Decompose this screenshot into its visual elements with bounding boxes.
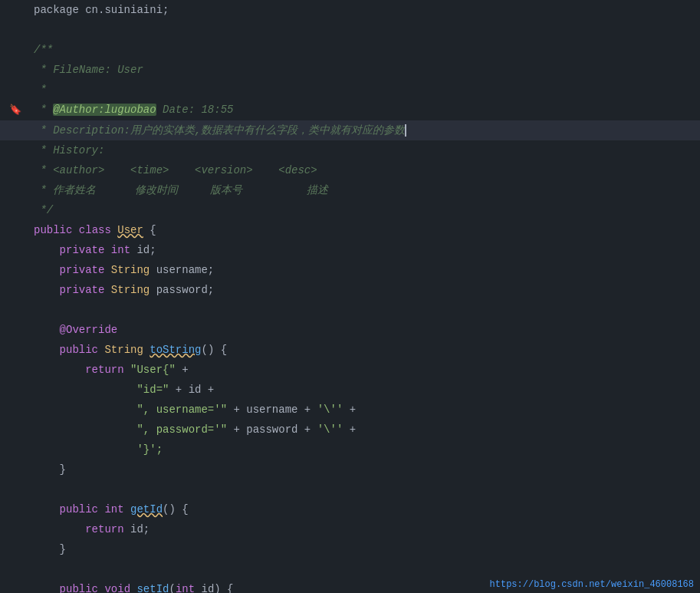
line-content: ", password='" + password + '\'' + <box>34 420 700 440</box>
code-line: public int getId() { <box>0 499 700 519</box>
line-content: public class User { <box>34 220 700 240</box>
line-content: private String username; <box>34 260 700 280</box>
code-line: /** <box>0 40 700 60</box>
line-content: @Override <box>34 320 700 340</box>
line-content: */ <box>34 200 700 220</box>
url-text: https://blog.csdn.net/weixin_46008168 <box>490 579 694 590</box>
line-content: ", username='" + username + '\'' + <box>34 400 700 420</box>
line-content: return id; <box>34 519 700 539</box>
line-content: * 作者姓名 修改时间 版本号 描述 <box>34 180 700 200</box>
line-content: private String password; <box>34 280 700 300</box>
line-content: * <box>34 80 700 100</box>
code-line: "id=" + id + <box>0 380 700 400</box>
author-tag: @Author:luguobao <box>53 104 156 116</box>
url-bar: https://blog.csdn.net/weixin_46008168 <box>484 576 700 593</box>
line-content: * @Author:luguobao Date: 18:55 <box>34 100 700 120</box>
code-line: 🔖 * @Author:luguobao Date: 18:55 <box>0 100 700 120</box>
code-line: */ <box>0 200 700 220</box>
code-content: package cn.suiniaini; /** * FileName: Us… <box>0 0 700 593</box>
code-line: * History: <box>0 140 700 160</box>
code-line: ", password='" + password + '\'' + <box>0 420 700 440</box>
line-content: } <box>34 539 700 559</box>
line-content: * FileName: User <box>34 60 700 80</box>
code-line: return id; <box>0 519 700 539</box>
line-content <box>34 20 700 40</box>
code-line: private String password; <box>0 280 700 300</box>
line-content: private int id; <box>34 240 700 260</box>
line-content: package cn.suiniaini; <box>34 0 700 20</box>
code-line: * 作者姓名 修改时间 版本号 描述 <box>0 180 700 200</box>
line-content: "id=" + id + <box>34 380 700 400</box>
line-content: * History: <box>34 140 700 160</box>
code-line: * <author> <time> <version> <desc> <box>0 160 700 180</box>
code-line: @Override <box>0 320 700 340</box>
code-line: public String toString() { <box>0 340 700 360</box>
code-line: } <box>0 460 700 479</box>
line-content: public int getId() { <box>34 499 700 519</box>
code-line: } <box>0 539 700 559</box>
code-line <box>0 479 700 499</box>
line-content: /** <box>34 40 700 60</box>
line-content <box>34 479 700 499</box>
code-line: public class User { <box>0 220 700 240</box>
code-line: package cn.suiniaini; <box>0 0 700 20</box>
code-line: ", username='" + username + '\'' + <box>0 400 700 420</box>
code-line: '}'; <box>0 440 700 460</box>
code-line-cursor: * Description:用户的实体类,数据表中有什么字段，类中就有对应的参数 <box>0 120 700 140</box>
code-line <box>0 300 700 320</box>
code-line: * <box>0 80 700 100</box>
line-content: } <box>34 460 700 479</box>
line-content: * <author> <time> <version> <desc> <box>34 160 700 180</box>
line-content: public String toString() { <box>34 340 700 360</box>
code-line: private String username; <box>0 260 700 280</box>
code-line: return "User{" + <box>0 360 700 380</box>
code-editor: package cn.suiniaini; /** * FileName: Us… <box>0 0 700 593</box>
line-content: '}'; <box>34 440 700 460</box>
line-number: 🔖 <box>6 100 21 120</box>
code-line <box>0 20 700 40</box>
line-content <box>34 300 700 320</box>
code-line: * FileName: User <box>0 60 700 80</box>
code-line: private int id; <box>0 240 700 260</box>
line-content: return "User{" + <box>34 360 700 380</box>
line-content: * Description:用户的实体类,数据表中有什么字段，类中就有对应的参数 <box>34 120 700 140</box>
